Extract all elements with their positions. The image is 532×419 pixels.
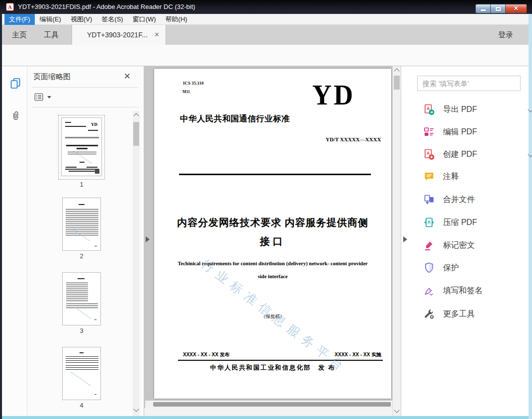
thumbnails-panel: 页面缩略图 ✕ YD 1 2 xyxy=(27,66,144,416)
tool-label: 编辑 PDF xyxy=(443,127,477,137)
scroll-up-icon[interactable] xyxy=(394,68,399,74)
tool-export-pdf[interactable]: 导出 PDF xyxy=(423,100,523,119)
comment-tool-icon xyxy=(423,171,435,183)
doc-title-line1: 内容分发网络技术要求 内容服务提供商侧 xyxy=(154,216,391,229)
tool-label: 保护 xyxy=(443,263,459,273)
tool-edit-pdf[interactable]: 编辑 PDF xyxy=(423,122,523,141)
tab-close-icon[interactable]: ✕ xyxy=(154,31,160,39)
chevron-down-icon[interactable] xyxy=(528,106,532,112)
menu-view[interactable]: 视图(V) xyxy=(66,14,96,25)
thumbnail-page-1[interactable]: YD xyxy=(61,117,102,176)
tool-combine-files[interactable]: 合并文件 xyxy=(423,190,523,209)
chevron-down-icon[interactable] xyxy=(528,151,532,157)
scroll-down-icon[interactable] xyxy=(133,406,139,412)
publisher-line: 中华人民共和国工业和信息化部 发 布 xyxy=(154,364,391,372)
tool-redact[interactable]: 标记密文 xyxy=(423,236,523,255)
scrollbar-thumb[interactable] xyxy=(394,76,400,90)
vertical-scrollbar[interactable] xyxy=(392,66,401,416)
thumbnail-label-3: 3 xyxy=(62,327,101,334)
menu-sign[interactable]: 签名(S) xyxy=(97,14,127,25)
tool-label: 注释 xyxy=(443,172,459,182)
doc-english-title-line2: side interface xyxy=(154,274,391,279)
sign-in-button[interactable]: 登录 xyxy=(498,25,513,45)
scrollbar-thumb[interactable] xyxy=(133,122,139,146)
tool-fill-sign[interactable]: 填写和签名 xyxy=(423,281,523,300)
main-toolbar: ☆ / 45 52.3% xyxy=(2,45,529,66)
tool-label: 合并文件 xyxy=(443,195,475,205)
thumbnail-page-2[interactable] xyxy=(62,198,101,251)
pdf-page[interactable]: ICS 35.110 M11 YD 中华人民共和国通信行业标准 YD/T XXX… xyxy=(154,69,391,399)
menu-help[interactable]: 帮助(H) xyxy=(161,14,192,25)
page-thumbnails-panel-icon[interactable] xyxy=(9,77,21,91)
edit-pdf-icon xyxy=(423,126,435,138)
create-pdf-icon xyxy=(423,148,435,160)
publish-date: XXXX - XX - XX 发布 xyxy=(183,351,230,358)
more-tools-icon xyxy=(423,308,435,320)
tools-panel: 导出 PDF 编辑 PDF 创建 PDF 注释 合并文件 压缩 PDF xyxy=(401,66,529,416)
scroll-up-icon[interactable] xyxy=(133,113,139,118)
thumbnail-page-3[interactable] xyxy=(62,272,101,325)
collapse-right-panel-icon[interactable] xyxy=(403,236,407,242)
tool-compress-pdf[interactable]: 压缩 PDF xyxy=(423,213,523,232)
tool-label: 导出 PDF xyxy=(443,105,477,115)
thumbnails-panel-title: 页面缩略图 xyxy=(33,72,71,82)
tab-document[interactable]: YDT+3903-2021F... ✕ xyxy=(72,25,166,45)
minimize-button[interactable] xyxy=(475,4,490,13)
redact-icon xyxy=(423,239,435,251)
thumbnails-scrollbar[interactable] xyxy=(133,111,140,416)
minimize-icon xyxy=(481,9,486,11)
menu-bar: 文件(F) 编辑(E) 视图(V) 签名(S) 窗口(W) 帮助(H) xyxy=(2,14,529,25)
thumbnail-page-4[interactable] xyxy=(62,347,101,400)
divider xyxy=(32,107,139,107)
tool-protect[interactable]: 保护 xyxy=(423,258,523,277)
tools-search-input[interactable] xyxy=(417,76,521,91)
thumbnail-label-4: 4 xyxy=(62,402,101,409)
tab-tools[interactable]: 工具 xyxy=(44,25,59,45)
menu-window[interactable]: 窗口(W) xyxy=(128,14,161,25)
tool-label: 创建 PDF xyxy=(443,149,477,160)
maximize-button[interactable] xyxy=(490,4,505,13)
horizontal-scrollbar[interactable] xyxy=(145,401,392,408)
compress-pdf-icon xyxy=(423,216,435,228)
doc-class-code: M11 xyxy=(182,90,190,94)
fill-sign-icon xyxy=(423,285,435,297)
thumbnail-selection-box[interactable]: YD xyxy=(58,115,105,180)
close-icon: ✕ xyxy=(506,4,527,13)
tab-bar: 主页 工具 YDT+3903-2021F... ✕ ? 登录 xyxy=(2,25,529,45)
attachments-panel-icon[interactable] xyxy=(10,110,21,123)
doc-english-title-line1: Techinical requirements for content dist… xyxy=(154,261,391,266)
title-bar: A YDT+3903-2021FDIS.pdf - Adobe Acrobat … xyxy=(0,0,532,14)
tool-label: 标记密文 xyxy=(443,240,475,251)
tool-label: 填写和签名 xyxy=(443,286,483,296)
tab-home[interactable]: 主页 xyxy=(12,25,27,45)
yd-logo: YD xyxy=(312,81,355,109)
maximize-icon xyxy=(496,7,501,11)
divider xyxy=(32,87,139,88)
tool-more-tools[interactable]: 更多工具 xyxy=(423,305,523,323)
ics-code: ICS 35.110 xyxy=(183,81,204,86)
standard-number: YD/T XXXXX—XXXX xyxy=(326,136,381,142)
horizontal-rule xyxy=(178,360,383,361)
thumbnails-close-icon[interactable]: ✕ xyxy=(124,71,131,82)
tool-comment[interactable]: 注释 xyxy=(423,167,523,186)
thumbnails-options-button[interactable] xyxy=(33,92,51,103)
window-title: YDT+3903-2021FDIS.pdf - Adobe Acrobat Re… xyxy=(18,3,195,10)
window-frame-right xyxy=(529,14,532,419)
tool-label: 压缩 PDF xyxy=(443,217,477,228)
navigation-pane-strip xyxy=(2,66,27,416)
scrollbar-track xyxy=(144,408,392,416)
scrollbar-thumb[interactable] xyxy=(153,402,391,407)
close-button[interactable]: ✕ xyxy=(505,4,527,13)
collapse-left-panel-icon[interactable] xyxy=(146,236,150,242)
protect-shield-icon xyxy=(423,262,435,274)
scroll-down-icon[interactable] xyxy=(394,407,399,413)
document-viewer: ICS 35.110 M11 YD 中华人民共和国通信行业标准 YD/T XXX… xyxy=(144,66,401,416)
menu-file[interactable]: 文件(F) xyxy=(4,14,35,25)
tool-label: 更多工具 xyxy=(443,309,475,319)
menu-edit[interactable]: 编辑(E) xyxy=(35,14,66,25)
thumbnail-label-2: 2 xyxy=(62,252,101,260)
thumbnail-label-1: 1 xyxy=(58,181,105,188)
tool-create-pdf[interactable]: 创建 PDF xyxy=(423,145,523,164)
tab-document-label: YDT+3903-2021F... xyxy=(87,25,148,45)
window-frame-bottom xyxy=(2,416,529,419)
